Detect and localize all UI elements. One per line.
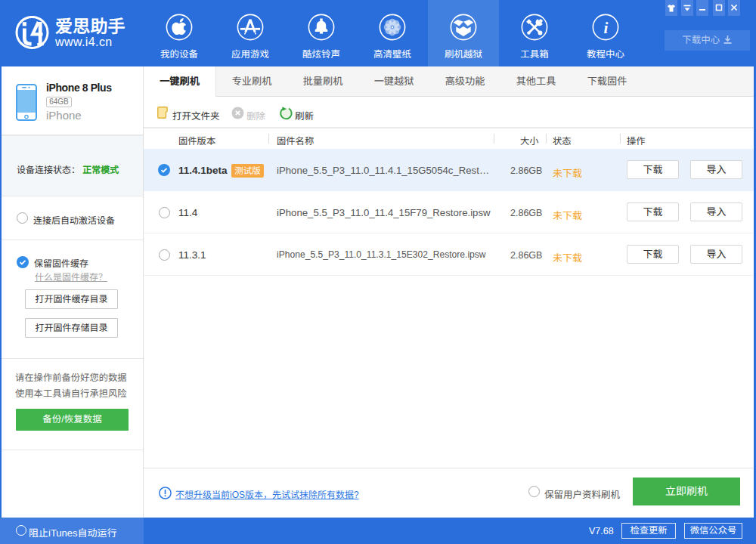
svg-text:i: i bbox=[604, 19, 609, 37]
